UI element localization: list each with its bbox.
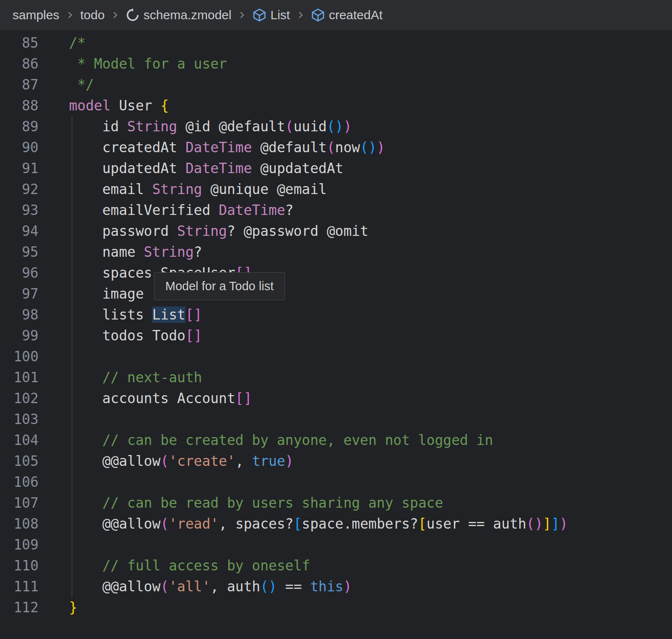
line-number[interactable]: 98	[0, 304, 38, 325]
breadcrumb-item-list-symbol[interactable]: List	[252, 8, 290, 22]
code-text[interactable]: id String @id @default(uuid())	[69, 116, 352, 137]
code-text[interactable]: // next-auth	[69, 367, 202, 388]
code-text[interactable]: @@allow('all', auth() == this)	[69, 576, 352, 597]
cube-icon	[252, 8, 267, 22]
code-text[interactable]: }	[69, 597, 77, 618]
code-text[interactable]: updatedAt DateTime @updatedAt	[69, 158, 344, 179]
line-number[interactable]: 107	[0, 493, 38, 514]
code-line[interactable]: 109	[0, 534, 672, 555]
line-number[interactable]: 91	[0, 158, 38, 179]
breadcrumb-item-createdat-symbol[interactable]: createdAt	[311, 8, 382, 22]
line-number[interactable]: 111	[0, 576, 38, 597]
code-text[interactable]: @@allow('read', spaces?[space.members?[u…	[69, 514, 568, 534]
code-line[interactable]: 100	[0, 346, 672, 367]
breadcrumb-item-schema-file[interactable]: schema.zmodel	[126, 8, 231, 22]
code-text[interactable]: /*	[69, 33, 86, 54]
code-text[interactable]: // can be created by anyone, even not lo…	[69, 430, 493, 451]
line-number[interactable]: 104	[0, 430, 38, 451]
cube-icon	[311, 8, 325, 22]
code-text[interactable]: email String @unique @email	[69, 179, 327, 200]
line-number[interactable]: 112	[0, 597, 38, 618]
code-line[interactable]: 104 // can be created by anyone, even no…	[0, 430, 672, 451]
code-text[interactable]: name String?	[69, 242, 202, 263]
sync-icon	[126, 8, 140, 22]
line-number[interactable]: 101	[0, 367, 38, 388]
code-line[interactable]: 110 // full access by oneself	[0, 555, 672, 576]
code-line[interactable]: 97 image	[0, 284, 672, 304]
line-number[interactable]: 90	[0, 137, 38, 158]
code-text[interactable]: lists List[]	[69, 304, 202, 325]
code-line[interactable]: 92 email String @unique @email	[0, 179, 672, 200]
code-text[interactable]: image	[69, 284, 144, 304]
code-line[interactable]: 91 updatedAt DateTime @updatedAt	[0, 158, 672, 179]
code-text[interactable]: @@allow('create', true)	[69, 451, 293, 472]
breadcrumb-label: todo	[80, 8, 105, 22]
line-number[interactable]: 105	[0, 451, 38, 472]
line-number[interactable]: 94	[0, 221, 38, 242]
code-line[interactable]: 94 password String? @password @omit	[0, 221, 672, 242]
line-number[interactable]: 87	[0, 74, 38, 95]
line-number[interactable]: 100	[0, 346, 38, 367]
code-line[interactable]: 108 @@allow('read', spaces?[space.member…	[0, 514, 672, 534]
code-text[interactable]: accounts Account[]	[69, 388, 252, 409]
chevron-right-icon	[237, 10, 247, 20]
code-line[interactable]: 87 */	[0, 74, 672, 95]
line-number[interactable]: 108	[0, 514, 38, 534]
code-text[interactable]: model User {	[69, 95, 169, 116]
code-line[interactable]: 107 // can be read by users sharing any …	[0, 493, 672, 514]
code-line[interactable]: 93 emailVerified DateTime?	[0, 200, 672, 221]
code-line[interactable]: 86 * Model for a user	[0, 54, 672, 74]
code-editor[interactable]: 85/*86 * Model for a user87 */88model Us…	[0, 30, 672, 639]
code-line[interactable]: 96 spaces SpaceUser[]	[0, 263, 672, 284]
line-number[interactable]: 85	[0, 33, 38, 54]
breadcrumb-label: List	[270, 8, 290, 22]
line-number[interactable]: 86	[0, 54, 38, 74]
line-number[interactable]: 93	[0, 200, 38, 221]
code-line[interactable]: 99 todos Todo[]	[0, 325, 672, 346]
code-text[interactable]: // full access by oneself	[69, 555, 310, 576]
line-number[interactable]: 95	[0, 242, 38, 263]
chevron-right-icon	[295, 10, 305, 20]
line-number[interactable]: 106	[0, 472, 38, 493]
code-line[interactable]: 88model User {	[0, 95, 672, 116]
code-line[interactable]: 112}	[0, 597, 672, 618]
breadcrumb-item-samples[interactable]: samples	[13, 8, 59, 22]
code-text[interactable]: todos Todo[]	[69, 325, 202, 346]
code-text[interactable]: * Model for a user	[69, 54, 227, 74]
line-number[interactable]: 89	[0, 116, 38, 137]
line-number[interactable]: 99	[0, 325, 38, 346]
code-text[interactable]: createdAt DateTime @default(now())	[69, 137, 385, 158]
line-number[interactable]: 102	[0, 388, 38, 409]
code-text[interactable]: */	[69, 74, 94, 95]
line-number[interactable]: 88	[0, 95, 38, 116]
code-text[interactable]: password String? @password @omit	[69, 221, 368, 242]
line-number[interactable]: 97	[0, 284, 38, 304]
line-number[interactable]: 109	[0, 534, 38, 555]
code-line[interactable]: 95 name String?	[0, 242, 672, 263]
line-number[interactable]: 96	[0, 263, 38, 284]
code-line[interactable]: 111 @@allow('all', auth() == this)	[0, 576, 672, 597]
line-number[interactable]: 110	[0, 555, 38, 576]
chevron-right-icon	[110, 10, 120, 20]
breadcrumb-label: samples	[13, 8, 59, 22]
code-line[interactable]: 105 @@allow('create', true)	[0, 451, 672, 472]
code-line[interactable]: 102 accounts Account[]	[0, 388, 672, 409]
breadcrumb: samples todo schema.zmodel List	[0, 0, 672, 30]
line-number[interactable]: 92	[0, 179, 38, 200]
code-line[interactable]: 103	[0, 409, 672, 430]
chevron-right-icon	[65, 10, 75, 20]
code-line[interactable]: 89 id String @id @default(uuid())	[0, 116, 672, 137]
code-line[interactable]: 90 createdAt DateTime @default(now())	[0, 137, 672, 158]
code-line[interactable]: 98 lists List[]	[0, 304, 672, 325]
code-line[interactable]: 101 // next-auth	[0, 367, 672, 388]
hover-tooltip: Model for a Todo list	[154, 272, 285, 300]
line-number[interactable]: 103	[0, 409, 38, 430]
code-text[interactable]: // can be read by users sharing any spac…	[69, 493, 443, 514]
code-text[interactable]: emailVerified DateTime?	[69, 200, 293, 221]
hover-tooltip-text: Model for a Todo list	[165, 279, 274, 293]
indent-guide	[72, 116, 72, 597]
breadcrumb-label: createdAt	[329, 8, 382, 22]
code-line[interactable]: 85/*	[0, 33, 672, 54]
code-line[interactable]: 106	[0, 472, 672, 493]
breadcrumb-item-todo[interactable]: todo	[80, 8, 105, 22]
